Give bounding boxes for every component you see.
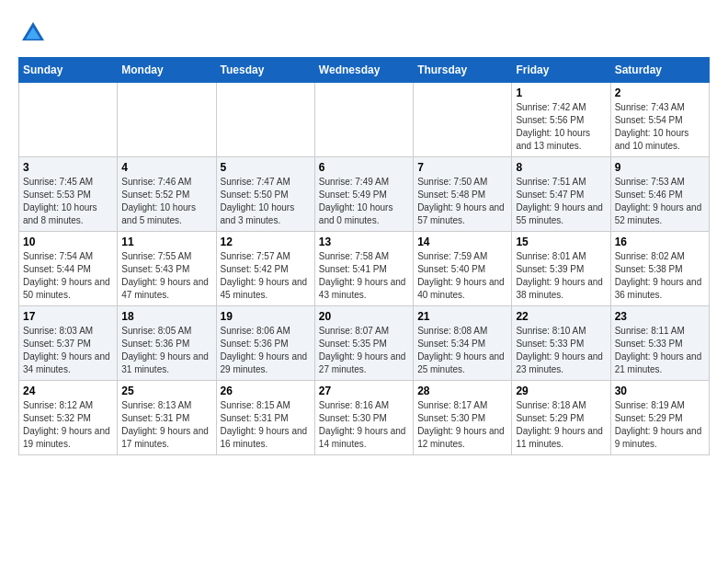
day-info: Sunrise: 8:11 AM Sunset: 5:33 PM Dayligh… bbox=[615, 325, 705, 376]
day-info: Sunrise: 8:07 AM Sunset: 5:35 PM Dayligh… bbox=[319, 325, 409, 376]
day-info: Sunrise: 7:50 AM Sunset: 5:48 PM Dayligh… bbox=[417, 176, 507, 227]
day-cell: 13Sunrise: 7:58 AM Sunset: 5:41 PM Dayli… bbox=[314, 232, 413, 306]
day-cell: 15Sunrise: 8:01 AM Sunset: 5:39 PM Dayli… bbox=[512, 232, 610, 306]
day-info: Sunrise: 8:10 AM Sunset: 5:33 PM Dayligh… bbox=[516, 325, 606, 376]
day-cell: 19Sunrise: 8:06 AM Sunset: 5:36 PM Dayli… bbox=[216, 306, 314, 381]
day-info: Sunrise: 8:18 AM Sunset: 5:29 PM Dayligh… bbox=[516, 399, 606, 451]
day-cell: 26Sunrise: 8:15 AM Sunset: 5:31 PM Dayli… bbox=[216, 381, 314, 455]
day-info: Sunrise: 8:13 AM Sunset: 5:31 PM Dayligh… bbox=[121, 399, 211, 451]
day-number: 30 bbox=[615, 385, 705, 397]
day-info: Sunrise: 7:54 AM Sunset: 5:44 PM Dayligh… bbox=[23, 250, 113, 302]
day-info: Sunrise: 7:43 AM Sunset: 5:54 PM Dayligh… bbox=[615, 101, 705, 153]
week-row-2: 3Sunrise: 7:45 AM Sunset: 5:53 PM Daylig… bbox=[19, 157, 710, 232]
day-info: Sunrise: 8:06 AM Sunset: 5:36 PM Dayligh… bbox=[221, 325, 311, 376]
day-info: Sunrise: 8:08 AM Sunset: 5:34 PM Dayligh… bbox=[417, 325, 507, 376]
day-cell: 4Sunrise: 7:46 AM Sunset: 5:52 PM Daylig… bbox=[118, 157, 216, 232]
day-cell bbox=[314, 83, 413, 157]
day-number: 28 bbox=[417, 385, 507, 397]
day-info: Sunrise: 7:59 AM Sunset: 5:40 PM Dayligh… bbox=[417, 250, 507, 302]
day-info: Sunrise: 8:15 AM Sunset: 5:31 PM Dayligh… bbox=[221, 399, 311, 451]
day-number: 14 bbox=[417, 236, 507, 248]
weekday-header-wednesday: Wednesday bbox=[314, 58, 413, 83]
day-info: Sunrise: 7:55 AM Sunset: 5:43 PM Dayligh… bbox=[121, 250, 211, 302]
day-info: Sunrise: 7:49 AM Sunset: 5:49 PM Dayligh… bbox=[319, 176, 409, 227]
day-number: 21 bbox=[417, 310, 507, 323]
day-cell: 28Sunrise: 8:17 AM Sunset: 5:30 PM Dayli… bbox=[414, 381, 512, 455]
day-cell bbox=[118, 83, 216, 157]
day-cell: 17Sunrise: 8:03 AM Sunset: 5:37 PM Dayli… bbox=[19, 306, 118, 381]
day-info: Sunrise: 7:51 AM Sunset: 5:47 PM Dayligh… bbox=[516, 176, 606, 227]
day-number: 22 bbox=[516, 310, 606, 323]
day-number: 15 bbox=[516, 236, 606, 248]
day-cell: 22Sunrise: 8:10 AM Sunset: 5:33 PM Dayli… bbox=[512, 306, 610, 381]
day-cell: 23Sunrise: 8:11 AM Sunset: 5:33 PM Dayli… bbox=[610, 306, 709, 381]
day-info: Sunrise: 7:42 AM Sunset: 5:56 PM Dayligh… bbox=[516, 101, 606, 153]
day-number: 6 bbox=[319, 161, 409, 174]
day-number: 29 bbox=[516, 385, 606, 397]
day-cell: 10Sunrise: 7:54 AM Sunset: 5:44 PM Dayli… bbox=[19, 232, 118, 306]
day-cell: 11Sunrise: 7:55 AM Sunset: 5:43 PM Dayli… bbox=[118, 232, 216, 306]
day-cell bbox=[216, 83, 314, 157]
day-info: Sunrise: 8:02 AM Sunset: 5:38 PM Dayligh… bbox=[615, 250, 705, 302]
day-number: 20 bbox=[319, 310, 409, 323]
day-number: 17 bbox=[23, 310, 113, 323]
day-number: 12 bbox=[221, 236, 311, 248]
day-number: 10 bbox=[23, 236, 113, 248]
day-number: 8 bbox=[516, 161, 606, 174]
day-info: Sunrise: 7:46 AM Sunset: 5:52 PM Dayligh… bbox=[121, 176, 211, 227]
day-number: 18 bbox=[121, 310, 211, 323]
day-info: Sunrise: 8:03 AM Sunset: 5:37 PM Dayligh… bbox=[23, 325, 113, 376]
day-number: 25 bbox=[121, 385, 211, 397]
day-number: 23 bbox=[615, 310, 705, 323]
day-cell: 20Sunrise: 8:07 AM Sunset: 5:35 PM Dayli… bbox=[314, 306, 413, 381]
day-number: 4 bbox=[121, 161, 211, 174]
weekday-header-sunday: Sunday bbox=[19, 58, 118, 83]
day-number: 27 bbox=[319, 385, 409, 397]
day-info: Sunrise: 7:45 AM Sunset: 5:53 PM Dayligh… bbox=[23, 176, 113, 227]
day-cell: 1Sunrise: 7:42 AM Sunset: 5:56 PM Daylig… bbox=[512, 83, 610, 157]
weekday-header-thursday: Thursday bbox=[414, 58, 512, 83]
day-cell: 6Sunrise: 7:49 AM Sunset: 5:49 PM Daylig… bbox=[314, 157, 413, 232]
day-number: 19 bbox=[221, 310, 311, 323]
day-cell: 21Sunrise: 8:08 AM Sunset: 5:34 PM Dayli… bbox=[414, 306, 512, 381]
day-number: 16 bbox=[615, 236, 705, 248]
day-cell: 7Sunrise: 7:50 AM Sunset: 5:48 PM Daylig… bbox=[414, 157, 512, 232]
day-cell: 9Sunrise: 7:53 AM Sunset: 5:46 PM Daylig… bbox=[610, 157, 709, 232]
day-number: 2 bbox=[615, 86, 705, 99]
day-cell: 8Sunrise: 7:51 AM Sunset: 5:47 PM Daylig… bbox=[512, 157, 610, 232]
week-row-4: 17Sunrise: 8:03 AM Sunset: 5:37 PM Dayli… bbox=[19, 306, 710, 381]
day-number: 26 bbox=[221, 385, 311, 397]
day-info: Sunrise: 7:53 AM Sunset: 5:46 PM Dayligh… bbox=[615, 176, 705, 227]
day-number: 5 bbox=[221, 161, 311, 174]
week-row-5: 24Sunrise: 8:12 AM Sunset: 5:32 PM Dayli… bbox=[19, 381, 710, 455]
day-number: 9 bbox=[615, 161, 705, 174]
day-info: Sunrise: 8:17 AM Sunset: 5:30 PM Dayligh… bbox=[417, 399, 507, 451]
weekday-header-saturday: Saturday bbox=[610, 58, 709, 83]
day-number: 3 bbox=[23, 161, 113, 174]
day-info: Sunrise: 8:01 AM Sunset: 5:39 PM Dayligh… bbox=[516, 250, 606, 302]
day-cell: 27Sunrise: 8:16 AM Sunset: 5:30 PM Dayli… bbox=[314, 381, 413, 455]
calendar-table: SundayMondayTuesdayWednesdayThursdayFrid… bbox=[18, 57, 710, 455]
day-info: Sunrise: 8:19 AM Sunset: 5:29 PM Dayligh… bbox=[615, 399, 705, 451]
week-row-1: 1Sunrise: 7:42 AM Sunset: 5:56 PM Daylig… bbox=[19, 83, 710, 157]
day-cell: 16Sunrise: 8:02 AM Sunset: 5:38 PM Dayli… bbox=[610, 232, 709, 306]
day-cell bbox=[19, 83, 118, 157]
day-info: Sunrise: 7:47 AM Sunset: 5:50 PM Dayligh… bbox=[221, 176, 311, 227]
day-info: Sunrise: 8:12 AM Sunset: 5:32 PM Dayligh… bbox=[23, 399, 113, 451]
day-cell: 29Sunrise: 8:18 AM Sunset: 5:29 PM Dayli… bbox=[512, 381, 610, 455]
day-number: 1 bbox=[516, 86, 606, 99]
day-cell: 5Sunrise: 7:47 AM Sunset: 5:50 PM Daylig… bbox=[216, 157, 314, 232]
weekday-header-row: SundayMondayTuesdayWednesdayThursdayFrid… bbox=[19, 58, 710, 83]
day-cell: 18Sunrise: 8:05 AM Sunset: 5:36 PM Dayli… bbox=[118, 306, 216, 381]
day-cell: 12Sunrise: 7:57 AM Sunset: 5:42 PM Dayli… bbox=[216, 232, 314, 306]
day-info: Sunrise: 7:58 AM Sunset: 5:41 PM Dayligh… bbox=[319, 250, 409, 302]
day-info: Sunrise: 8:16 AM Sunset: 5:30 PM Dayligh… bbox=[319, 399, 409, 451]
day-cell: 25Sunrise: 8:13 AM Sunset: 5:31 PM Dayli… bbox=[118, 381, 216, 455]
day-number: 7 bbox=[417, 161, 507, 174]
page-header bbox=[18, 18, 710, 48]
day-number: 11 bbox=[121, 236, 211, 248]
logo bbox=[18, 18, 51, 48]
day-cell: 2Sunrise: 7:43 AM Sunset: 5:54 PM Daylig… bbox=[610, 83, 709, 157]
day-number: 13 bbox=[319, 236, 409, 248]
day-cell bbox=[414, 83, 512, 157]
